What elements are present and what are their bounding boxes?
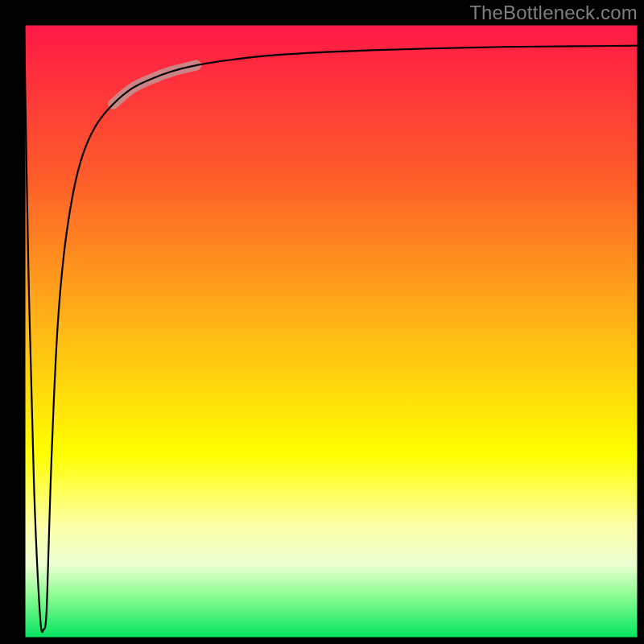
- watermark-text: TheBottleneck.com: [469, 2, 638, 24]
- bottleneck-chart: [0, 0, 644, 644]
- plot-background: [24, 24, 638, 638]
